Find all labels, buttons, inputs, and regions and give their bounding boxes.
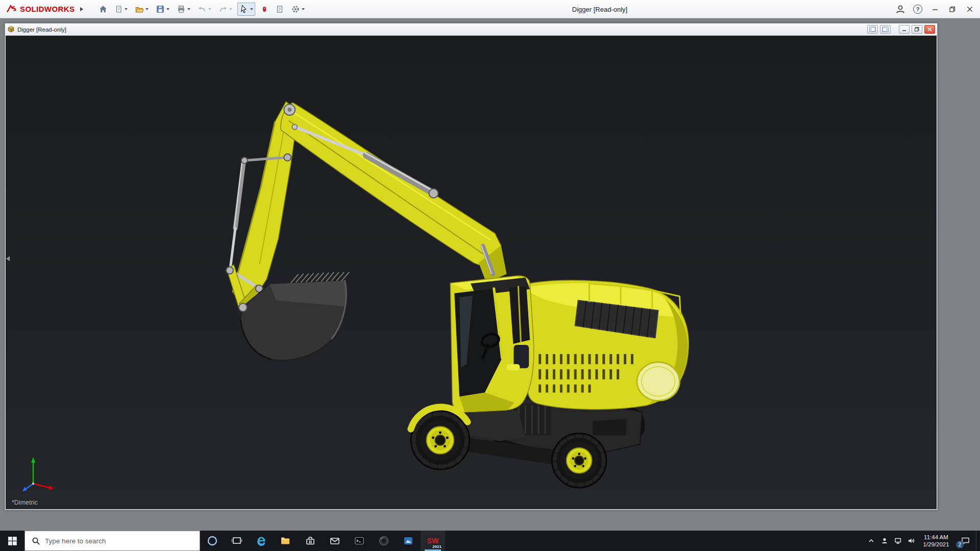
- feature-tree-collapse-arrow-icon[interactable]: [6, 256, 10, 261]
- tray-volume-button[interactable]: [904, 531, 918, 551]
- tray-overflow-button[interactable]: [865, 531, 878, 551]
- clock-date: 1/29/2021: [923, 541, 949, 547]
- part-document-icon: [7, 26, 15, 33]
- gear-icon: [291, 5, 300, 14]
- tray-network-button[interactable]: [891, 531, 904, 551]
- new-document-button[interactable]: [113, 3, 130, 16]
- notification-badge: 2: [956, 541, 964, 548]
- cortana-button[interactable]: [200, 531, 225, 551]
- show-desktop-button[interactable]: [976, 531, 980, 551]
- redo-button[interactable]: [216, 3, 234, 16]
- command-prompt-button[interactable]: [347, 531, 372, 551]
- help-icon: ?: [913, 5, 922, 14]
- minimize-button[interactable]: [928, 2, 942, 16]
- mail-button[interactable]: [323, 531, 347, 551]
- save-icon: [156, 5, 165, 14]
- clock[interactable]: 11:44 AM 1/29/2021: [918, 531, 954, 551]
- app-dark-circle-button[interactable]: [372, 531, 396, 551]
- home-button[interactable]: [96, 3, 110, 16]
- menu-expand-arrow-icon[interactable]: [80, 7, 83, 11]
- solidworks-logo: SOLIDWORKS: [0, 5, 83, 14]
- start-button[interactable]: [0, 531, 24, 551]
- xpress-products-icon: [260, 5, 268, 14]
- document-window: Digger [Read-only]: [5, 23, 938, 510]
- brand-text: SOLIDWORKS: [20, 5, 75, 13]
- restore-icon: [914, 27, 920, 32]
- xpress-products-button[interactable]: [258, 3, 271, 16]
- app-blue-tile-button[interactable]: [396, 531, 421, 551]
- folder-icon: [280, 535, 292, 547]
- display-pane-left-button[interactable]: [867, 25, 878, 34]
- new-document-icon: [115, 5, 123, 14]
- boom-stick-joint: [284, 104, 295, 115]
- dropdown-caret[interactable]: [187, 8, 190, 10]
- document-window-controls: [867, 25, 935, 34]
- close-button[interactable]: [963, 2, 977, 16]
- document-restore-button[interactable]: [912, 25, 922, 34]
- system-tray: 11:44 AM 1/29/2021 2: [865, 531, 980, 551]
- open-folder-icon: [135, 5, 144, 14]
- app-caption-controls: ?: [893, 0, 977, 18]
- file-explorer-button[interactable]: [274, 531, 298, 551]
- dropdown-caret[interactable]: [302, 8, 305, 10]
- options-button[interactable]: [289, 3, 307, 16]
- minimize-icon: [901, 27, 907, 32]
- dropdown-caret[interactable]: [166, 8, 169, 10]
- undo-icon: [198, 5, 207, 14]
- pane-left-icon: [869, 27, 876, 32]
- quick-toolbar: [96, 3, 307, 16]
- display-pane-right-button[interactable]: [880, 25, 891, 34]
- document-close-button[interactable]: [924, 25, 935, 34]
- action-center-button[interactable]: 2: [954, 531, 976, 551]
- solidworks-app: SOLIDWORKS: [0, 0, 980, 551]
- dassault-logo-icon: [5, 5, 17, 14]
- pane-right-icon: [882, 27, 889, 32]
- document-title: Digger [Read-only]: [17, 27, 66, 33]
- microsoft-store-button[interactable]: [298, 531, 323, 551]
- task-view-button[interactable]: [225, 531, 249, 551]
- search-input[interactable]: [45, 537, 200, 545]
- search-icon: [32, 537, 40, 545]
- help-glyph: ?: [916, 6, 920, 12]
- select-cursor-icon: [239, 5, 249, 14]
- dropdown-caret[interactable]: [145, 8, 149, 10]
- tray-user-button[interactable]: [878, 531, 891, 551]
- clock-time: 11:44 AM: [924, 534, 948, 540]
- dropdown-caret[interactable]: [250, 8, 253, 10]
- close-icon: [966, 6, 973, 13]
- home-icon: [99, 5, 108, 14]
- save-button[interactable]: [154, 3, 172, 16]
- close-icon: [927, 27, 933, 32]
- restore-button[interactable]: [945, 2, 960, 16]
- document-minimize-button[interactable]: [899, 25, 910, 34]
- cab: [450, 276, 534, 413]
- edge-icon: [255, 535, 267, 547]
- chevron-up-icon: [867, 537, 875, 544]
- user-account-button[interactable]: [893, 2, 908, 16]
- document-titlebar[interactable]: Digger [Read-only]: [5, 23, 937, 36]
- undo-button[interactable]: [195, 3, 213, 16]
- dropdown-caret[interactable]: [208, 8, 211, 10]
- solidworks-taskbar-button[interactable]: SW 2021: [421, 531, 445, 551]
- boom: [281, 103, 506, 283]
- edge-browser-button[interactable]: [249, 531, 274, 551]
- windows-logo-icon: [8, 537, 17, 545]
- taskbar-search[interactable]: [24, 531, 200, 551]
- minimize-icon: [932, 6, 939, 13]
- wheel-front-right: [552, 433, 606, 488]
- dropdown-caret[interactable]: [229, 8, 232, 10]
- rear-panel: [637, 362, 679, 401]
- wheel-front-left: [411, 407, 470, 470]
- orientation-triad-icon: [16, 453, 59, 496]
- file-properties-button[interactable]: [274, 3, 286, 16]
- solidworks-icon-text: SW: [427, 537, 439, 545]
- tray-user-icon: [880, 537, 889, 545]
- graphics-viewport[interactable]: *Dimetric: [6, 36, 937, 509]
- open-button[interactable]: [133, 3, 151, 16]
- dropdown-caret[interactable]: [125, 8, 128, 10]
- print-button[interactable]: [175, 3, 192, 16]
- select-button[interactable]: [237, 3, 255, 16]
- app-window-title: Digger [Read-only]: [559, 0, 641, 18]
- windows-taskbar: SW 2021: [0, 531, 980, 551]
- help-button[interactable]: ?: [911, 2, 925, 16]
